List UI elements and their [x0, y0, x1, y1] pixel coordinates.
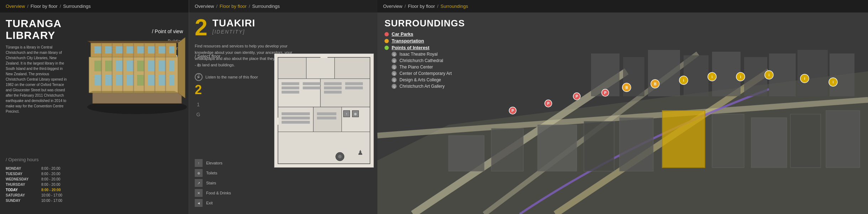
sub-design-arts[interactable]: Q Design & Arts College — [385, 77, 452, 82]
floor-level-3[interactable]: 3 — [197, 72, 200, 78]
category-transportation[interactable]: Transportation — [385, 38, 452, 44]
category-points-of-interest[interactable]: Points of Interest — [385, 45, 452, 50]
building-image — [82, 21, 189, 121]
svg-rect-61 — [282, 121, 310, 124]
sub-art-gallery[interactable]: Q Christchurch Art Gallery — [385, 84, 452, 89]
nav-bar-panel1: Overview / Floor by floor / Surroundings — [0, 0, 189, 12]
svg-rect-40 — [278, 57, 306, 79]
svg-rect-10 — [137, 46, 144, 54]
nav-sep1-p2: / — [216, 4, 218, 9]
svg-rect-27 — [148, 75, 155, 86]
svg-rect-29 — [169, 75, 174, 86]
title-line2: LIBRARY — [6, 29, 55, 41]
legend-stairs: ↗ Stairs — [195, 179, 231, 187]
svg-text:B: B — [625, 86, 628, 90]
nav-floor-p2[interactable]: Floor by floor — [220, 4, 247, 9]
hours-tuesday: TUESDAY 8:00 - 20.00 — [6, 171, 62, 177]
legend-toilets-label: Toilets — [206, 171, 217, 175]
floor-level-g[interactable]: G — [197, 112, 200, 117]
christchurch-cathedral-icon: Q — [392, 58, 397, 63]
svg-text:⊕: ⊕ — [354, 112, 357, 116]
floor-name: TUAKIRI — [213, 17, 256, 29]
stairs-icon: ↗ — [195, 179, 203, 187]
svg-text:↑: ↑ — [346, 112, 347, 116]
hours-monday: MONDAY 8:00 - 20.00 — [6, 166, 62, 171]
svg-rect-55 — [324, 86, 342, 89]
svg-rect-52 — [303, 82, 320, 85]
hours-saturday: SATURDAY 10:00 - 17:00 — [6, 193, 62, 198]
floor-level-2[interactable]: 2 — [195, 82, 202, 97]
legend-elevators: ↑ Elevators — [195, 159, 231, 167]
opening-hours-title: / Opening hours — [6, 157, 62, 162]
sub-piano-center[interactable]: Q The Piano Center — [385, 65, 452, 70]
toilets-icon: ⊕ — [195, 169, 203, 177]
car-parks-dot — [385, 32, 389, 36]
floor-header: 2 TUAKIRI [IDENTITY] — [189, 12, 377, 41]
svg-rect-7 — [105, 46, 112, 54]
svg-rect-14 — [94, 61, 101, 71]
contemporary-art-label: Center of Contemporary Art — [399, 71, 452, 76]
nav-overview-p1[interactable]: Overview — [6, 4, 25, 9]
svg-text:B: B — [654, 82, 656, 86]
sub-christchurch-cathedral[interactable]: Q Christchurch Cathedral — [385, 58, 452, 63]
svg-rect-22 — [94, 75, 101, 86]
nav-surr-p3[interactable]: Surroundings — [440, 4, 468, 9]
panel-floor-by-floor: Overview / Floor by floor / Surroundings… — [189, 0, 377, 214]
nav-sep1-p1: / — [27, 4, 28, 9]
svg-text:i: i — [769, 73, 770, 77]
nav-bar-panel2: Overview / Floor by floor / Surroundings — [189, 0, 377, 12]
legend-food-label: Food & Drinks — [206, 191, 231, 195]
svg-rect-49 — [282, 82, 299, 85]
svg-marker-5 — [178, 37, 185, 98]
svg-rect-56 — [324, 91, 342, 93]
svg-rect-84 — [744, 57, 767, 96]
svg-rect-91 — [584, 121, 614, 171]
nav-surr-p2[interactable]: Surroundings — [252, 4, 279, 9]
nav-floor-p1[interactable]: Floor by floor — [31, 4, 58, 9]
nav-overview-p3[interactable]: Overview — [383, 4, 402, 9]
svg-rect-81 — [648, 50, 680, 96]
svg-rect-60 — [282, 117, 310, 119]
sub-contemporary-art[interactable]: Q Center of Contemporary Art — [385, 71, 452, 76]
nav-sep2-p1: / — [60, 4, 61, 9]
svg-rect-54 — [324, 82, 342, 85]
floor-levels: 4 3 2 1 G — [195, 62, 202, 117]
svg-rect-26 — [137, 75, 144, 86]
svg-text:i: i — [833, 80, 834, 84]
surroundings-list: Car Parks Transportation Points of Inter… — [385, 31, 452, 90]
svg-rect-11 — [148, 46, 155, 54]
isaac-theatre-label: Isaac Theatre Royal — [399, 52, 438, 57]
svg-rect-89 — [491, 128, 523, 171]
nav-bar-panel3: Overview / Floor by floor / Surroundings — [377, 0, 868, 12]
svg-rect-42 — [335, 57, 370, 79]
food-icon: ✕ — [195, 189, 203, 197]
elevators-icon: ↑ — [195, 159, 203, 167]
art-gallery-label: Christchurch Art Gallery — [399, 84, 445, 89]
hours-thursday: THURSDAY 8:00 - 20.00 — [6, 182, 62, 187]
hours-today: TODAY 8:00 - 20:00 — [6, 187, 62, 193]
panel-overview: Overview / Floor by floor / Surroundings… — [0, 0, 189, 214]
svg-rect-94 — [712, 114, 744, 168]
floor-number: 2 — [195, 16, 208, 39]
svg-marker-4 — [87, 41, 180, 43]
floor-title-block: TUAKIRI [IDENTITY] — [213, 17, 256, 35]
surroundings-title: SURROUNDINGS — [385, 18, 465, 29]
legend-food: ✕ Food & Drinks — [195, 189, 231, 197]
nav-sep2-p2: / — [249, 4, 250, 9]
svg-rect-62 — [317, 112, 336, 115]
legend-exit: ◄ Exit — [195, 199, 231, 207]
svg-rect-58 — [345, 86, 363, 89]
sub-isaac-theatre[interactable]: Q Isaac Theatre Royal — [385, 52, 452, 57]
transportation-label: Transportation — [392, 38, 424, 44]
svg-rect-17 — [126, 61, 134, 71]
floor-map: ↑ ⊕ ♟ — [274, 54, 374, 168]
svg-text:P: P — [576, 95, 578, 98]
floor-level-1[interactable]: 1 — [197, 102, 200, 107]
nav-floor-p3[interactable]: Floor by floor — [408, 4, 435, 9]
category-car-parks[interactable]: Car Parks — [385, 31, 452, 37]
svg-rect-15 — [105, 61, 112, 71]
nav-surr-p1[interactable]: Surroundings — [63, 4, 90, 9]
floor-level-4[interactable]: 4 — [197, 62, 200, 68]
svg-rect-41 — [306, 57, 334, 79]
nav-overview-p2[interactable]: Overview — [195, 4, 214, 9]
